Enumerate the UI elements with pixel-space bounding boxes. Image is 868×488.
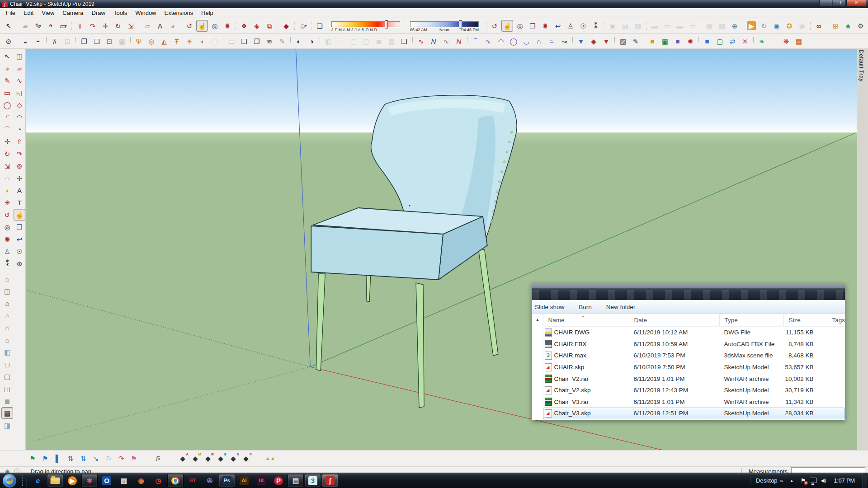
look-around-tool-icon[interactable]: ☉ [14,245,25,257]
taskbar-calculator-icon[interactable]: ▦ [116,474,132,487]
zoom-tool-icon[interactable]: ◎ [209,20,221,32]
maximize-button[interactable]: ❐ [833,0,846,7]
move-tool-icon[interactable]: ✛ [1,136,13,147]
shadows-toggle-icon[interactable]: ❏ [314,20,326,32]
rotated-rectangle-tool-icon[interactable]: ◱ [14,87,25,99]
chevron-icon[interactable]: » [780,478,783,483]
zoom-previous-tool-icon[interactable]: ↩ [552,20,564,32]
desktop-toolbar[interactable]: Desktop » [750,477,783,484]
contrast-tool-2-icon[interactable]: ◑ [306,35,317,47]
taskbar-notepad-icon[interactable]: ▤ [288,474,304,487]
light-tool-1-icon[interactable]: Ψ [133,35,145,47]
action-center-icon[interactable]: ⚑ [801,477,806,484]
taskbar-internet-explorer-icon[interactable]: e [30,474,46,487]
make-component-tool-icon[interactable]: ◫ [14,50,25,62]
menu-item-tools[interactable]: Tools [109,9,131,17]
stage-tool-1-icon[interactable]: ⊼ [49,35,61,47]
walk-tool-icon[interactable]: ⁑ [590,20,602,32]
freehand-tool-icon[interactable]: ∿ [14,75,25,86]
two-point-arc-tool-icon[interactable]: ◠ [14,111,25,123]
plugin-flag-light-icon[interactable]: ⚐ [103,453,114,465]
zoom-previous-tool-icon[interactable]: ↩ [14,233,25,245]
light-tool-6-icon[interactable]: ◖ [196,35,208,47]
plugin-tool-g-icon[interactable]: ◆G [215,453,226,465]
house-tool-2-icon[interactable]: ◫ [1,285,13,297]
rectangle-tool-icon[interactable]: ▭▾ [57,20,69,32]
component-tool-1-icon[interactable]: ❖ [238,20,250,32]
style-shaded-textures-icon[interactable]: ▤ [1,407,13,419]
paint-bucket-tool-icon[interactable]: ◕ [1,62,13,74]
style-monochrome-icon[interactable]: ◨ [1,419,13,431]
file-row[interactable]: CHAIR.max6/10/2019 7:53 PM3dsMax scene f… [543,350,845,361]
file-row[interactable]: Chair_V2.rar6/11/2019 1:01 PMWinRAR arch… [543,373,845,385]
file-row[interactable]: CHAIR.DWG6/11/2019 10:12 AMDWG File11,15… [543,327,845,338]
house-tool-1-icon[interactable]: ⌂ [1,273,13,285]
hatch-tool-1-icon[interactable]: ▨ [617,35,629,47]
curve-tool-4-icon[interactable]: ◯ [508,35,519,47]
menu-item-camera[interactable]: Camera [58,9,87,17]
plugin-updown-red-icon[interactable]: ⇅ [65,453,76,465]
scale-tool-icon[interactable]: ⇲ [1,160,13,172]
spiral-tool-icon[interactable]: ✹ [684,35,696,47]
leaf-tool-icon[interactable]: ❧ [756,35,768,47]
text-tool-icon[interactable]: A [14,184,25,196]
polygon-tool-icon[interactable]: ◇ [14,99,25,111]
3d-text-tool-icon[interactable]: T [14,197,25,208]
style-xray-icon[interactable]: ◧ [1,346,13,358]
light-tool-2-icon[interactable]: ◎ [146,35,157,47]
plugin-tool-n-icon[interactable]: ◆N [227,453,239,465]
select-tool-icon[interactable]: ↖ [1,50,13,62]
taskbar-photoshop-icon[interactable]: Ps [219,474,235,487]
orbit-tool-icon[interactable]: ↺ [184,20,195,32]
explorer-command-new-folder[interactable]: New folder [599,304,643,310]
scroll-up-icon[interactable]: ▲ [536,318,539,322]
zoom-extents-tool-icon[interactable]: ✺ [1,233,13,245]
menu-item-draw[interactable]: Draw [88,9,109,17]
shield-tool-3-icon[interactable]: ▼ [600,35,612,47]
menu-item-edit[interactable]: Edit [19,9,38,17]
markup-tool-5-icon[interactable]: ✎ [276,35,288,47]
zoom-tool-icon[interactable]: ◎ [1,221,13,233]
follow-me-tool-icon[interactable]: ↷ [14,148,25,160]
select-tool-icon[interactable]: ↖ [3,20,14,32]
menu-item-extensions[interactable]: Extensions [160,9,198,17]
plugin-updown-blue-icon[interactable]: ⇅ [77,453,89,465]
bezier-tool-3-icon[interactable]: ∿ [440,35,452,47]
taskbar-pinterest-icon[interactable]: P [270,474,287,487]
house-tool-6-icon[interactable]: ⌂ [1,334,13,346]
curve-tool-1-icon[interactable]: ⌒ [470,35,481,47]
zoom-window-tool-icon[interactable]: ❒ [14,221,25,233]
column-header-type[interactable]: Type [719,314,783,326]
light-tool-3-icon[interactable]: ◭ [158,35,170,47]
minimize-button[interactable]: – [819,0,832,7]
style-shaded-icon[interactable]: ◼ [1,395,13,407]
plugin-flag-pink-icon[interactable]: ⚑ [128,453,140,465]
tape-measure-tool-icon[interactable]: ▱ [1,172,13,184]
taskbar-indesign-icon[interactable]: Id [253,474,269,487]
enscape-objects-button-icon[interactable]: ⊞ [830,20,841,32]
explorer-gutter[interactable]: ▲ [532,314,543,420]
hatch-tool-2-icon[interactable]: ✎ [630,35,642,47]
explorer-command-slide-show[interactable]: Slide show [532,304,571,310]
pan-tool-icon[interactable]: ☝ [501,20,513,32]
component-exchange-tool-icon[interactable]: ⧉ [264,20,275,32]
taskbar-3dsmax-icon[interactable]: 3 [305,474,321,487]
line-tool-icon[interactable]: ✎▾ [32,20,44,32]
column-header-tags[interactable]: Tags [827,314,845,326]
rotate-tool-icon[interactable]: ↻ [1,148,13,160]
monitor-tool-1-icon[interactable]: ▢ [714,35,726,47]
account-button-icon[interactable]: ☺▾ [297,20,309,32]
plugin-panel-icon[interactable]: ▌ [52,453,64,465]
zoom-extents-tool-icon[interactable]: ✺ [222,20,233,32]
curve-tool-7-icon[interactable]: ≈ [546,35,557,47]
pie-tool-icon[interactable]: ◔ [14,123,25,135]
menu-item-file[interactable]: File [2,9,19,17]
enscape-assets-button-icon[interactable]: ♣ [842,20,854,32]
style-back-edges-icon[interactable]: ◻ [1,358,13,370]
arc-tool-icon[interactable]: ◜▾ [45,20,57,32]
dimension-tool-icon[interactable]: ✢ [14,172,25,184]
plugin-redo-icon[interactable]: ↷ [115,453,127,465]
box-tool-purple-icon[interactable]: ■ [672,35,684,47]
monitor-tool-2-icon[interactable]: ⇄ [726,35,738,47]
menu-item-view[interactable]: View [38,9,58,17]
